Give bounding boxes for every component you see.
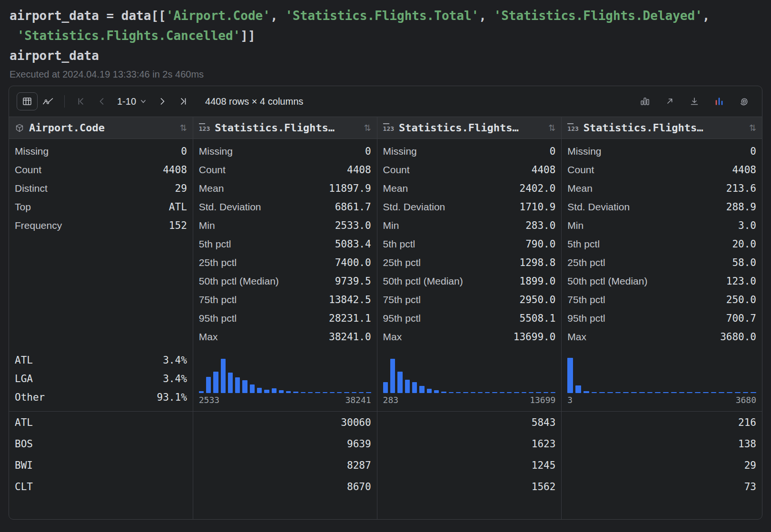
execution-status: Executed at 2024.04.19 13:33:46 in 2s 46… [10, 66, 761, 83]
stat-value: 3680.0 [720, 331, 756, 343]
table-cell[interactable]: 73 [562, 476, 762, 497]
column-header[interactable]: 123Statistics.Flights…⇅ [562, 117, 762, 139]
histogram-bar [419, 386, 424, 393]
column-header[interactable]: 123Statistics.Flights…⇅ [193, 117, 377, 139]
stat-label: Missing [199, 146, 233, 157]
histogram-bar [397, 372, 402, 393]
sort-icon[interactable]: ⇅ [364, 123, 371, 133]
stat-value: ATL [169, 201, 187, 213]
table-cell[interactable]: 9639 [193, 433, 377, 454]
stat-value: 5083.4 [335, 238, 371, 250]
bar-chart-button[interactable] [634, 92, 655, 110]
code-line-2: 'Statistics.Flights.Cancelled']] [10, 26, 761, 46]
prev-page-button[interactable] [91, 92, 112, 110]
stat-row: Missing0 [377, 142, 562, 160]
code-token: , [702, 9, 710, 23]
table-cell[interactable]: 1562 [377, 476, 562, 497]
histogram-bar [257, 388, 262, 393]
stat-row: Min3.0 [562, 216, 762, 235]
stat-row: Min2533.0 [193, 216, 377, 235]
table-cell[interactable]: 8670 [193, 476, 377, 497]
code-token: airport_data = data[[ [10, 9, 166, 23]
stat-label: Count [383, 164, 410, 176]
stat-value: 283.0 [525, 220, 555, 231]
stat-label: Missing [15, 146, 49, 157]
category-row: Other93.1% [15, 388, 187, 406]
table-cell[interactable]: 30060 [193, 412, 377, 433]
histogram-bar [567, 358, 573, 393]
column-data: ATLBOSBWICLT [9, 411, 193, 519]
download-button[interactable] [684, 92, 705, 110]
stat-value: 11897.9 [329, 183, 371, 194]
stat-label: Min [383, 220, 399, 231]
first-page-button[interactable] [70, 92, 91, 110]
stat-value: 6861.7 [335, 201, 371, 213]
numeric-type-icon: 123 [383, 123, 394, 132]
next-page-button[interactable] [152, 92, 173, 110]
sort-icon[interactable]: ⇅ [180, 123, 187, 133]
table-cell[interactable]: BWI [9, 454, 193, 476]
stat-row: Distinct29 [9, 179, 193, 197]
stat-label: 75th pctl [199, 294, 237, 305]
histogram-max-label: 38241 [345, 395, 371, 405]
stat-value: 5508.1 [519, 313, 555, 324]
table-cell[interactable]: BOS [9, 433, 193, 454]
stat-row: Missing0 [562, 142, 762, 160]
stat-value: 4408 [347, 164, 371, 176]
stat-value: 20.0 [732, 238, 756, 250]
stat-row: 50th pctl (Median)9739.5 [193, 272, 377, 290]
table-cell[interactable]: 5843 [377, 412, 562, 433]
category-row: ATL3.4% [15, 351, 187, 369]
histogram-bars [199, 354, 371, 393]
column-categories: ATL3.4%LGA3.4%Other93.1% [9, 344, 193, 411]
stat-label: 50th pctl (Median) [567, 276, 647, 287]
table-cell[interactable]: 216 [562, 412, 762, 433]
table-cell[interactable]: 29 [562, 454, 762, 476]
stat-value: 4408 [163, 164, 187, 176]
table-cell[interactable]: 8287 [193, 454, 377, 476]
numeric-type-icon: 123 [567, 123, 578, 132]
code-token: 'Airport.Code' [166, 9, 270, 23]
table-cell[interactable]: CLT [9, 476, 193, 497]
stat-row: 75th pctl2950.0 [377, 290, 562, 309]
code-token [10, 29, 17, 43]
table-cell[interactable]: 1245 [377, 454, 562, 476]
stat-row: Frequency152 [9, 216, 193, 235]
sort-icon[interactable]: ⇅ [548, 123, 555, 133]
stat-row: 95th pctl5508.1 [377, 309, 562, 327]
column-header[interactable]: 123Statistics.Flights…⇅ [377, 117, 562, 139]
stat-label: Std. Deviation [567, 201, 630, 213]
stat-row: Missing0 [193, 142, 377, 160]
table-cell[interactable]: 1623 [377, 433, 562, 454]
table-cell[interactable]: 138 [562, 433, 762, 454]
stat-value: 1298.8 [519, 257, 555, 268]
stat-row: 50th pctl (Median)1899.0 [377, 272, 562, 290]
table-column: 123Statistics.Flights…⇅Missing0Count4408… [561, 117, 762, 519]
rows-columns-summary: 4408 rows × 4 columns [205, 96, 303, 107]
last-page-button[interactable] [173, 92, 194, 110]
table-view-button[interactable] [17, 92, 38, 110]
open-in-new-button[interactable] [659, 92, 680, 110]
stat-label: Mean [199, 183, 224, 194]
stat-label: 25th pctl [199, 257, 237, 268]
stat-label: Missing [383, 146, 417, 157]
spiral-button[interactable] [733, 92, 754, 110]
stat-value: 13842.5 [329, 294, 371, 305]
table-cell[interactable]: ATL [9, 412, 193, 433]
code-token: 'Statistics.Flights.Cancelled' [17, 29, 241, 43]
sort-icon[interactable]: ⇅ [749, 123, 756, 133]
histogram-bar [206, 377, 211, 393]
stat-label: 75th pctl [383, 294, 421, 305]
stat-label: Missing [567, 146, 601, 157]
column-name: Statistics.Flights… [215, 122, 335, 134]
histogram-settings-button[interactable] [709, 92, 730, 110]
column-stats: Missing0Count4408Distinct29TopATLFrequen… [9, 139, 193, 344]
stat-row: 25th pctl7400.0 [193, 253, 377, 272]
page-range-dropdown[interactable]: 1-10 [112, 96, 152, 107]
histogram-bar [427, 389, 432, 393]
chart-view-button[interactable] [38, 92, 59, 110]
stat-label: 5th pctl [567, 238, 600, 250]
histogram-max-label: 13699 [530, 395, 555, 405]
stat-label: Mean [567, 183, 593, 194]
column-header[interactable]: Airport.Code⇅ [9, 117, 193, 139]
